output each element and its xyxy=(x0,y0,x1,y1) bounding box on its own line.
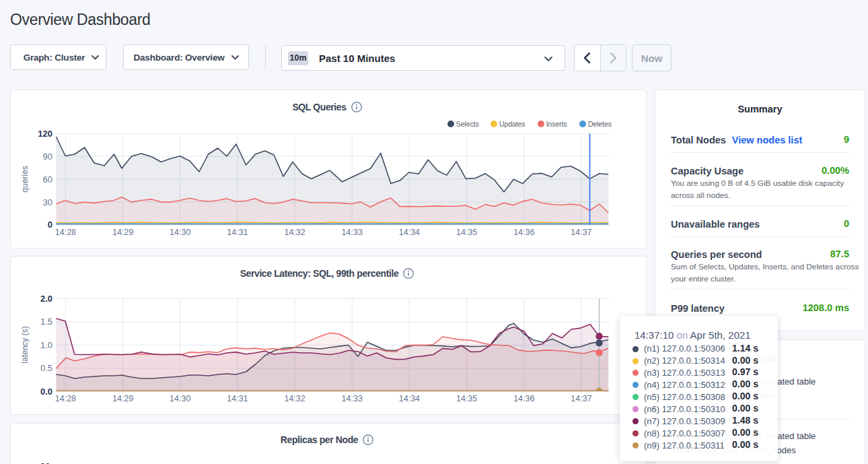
svg-text:14:34: 14:34 xyxy=(399,394,420,403)
svg-text:14:36: 14:36 xyxy=(513,394,534,403)
svg-text:60: 60 xyxy=(43,174,52,185)
svg-text:14:34: 14:34 xyxy=(399,228,420,237)
svg-text:30: 30 xyxy=(43,197,52,207)
svg-text:14:35: 14:35 xyxy=(456,394,477,403)
svg-text:1.0: 1.0 xyxy=(40,340,52,350)
svg-text:0.0: 0.0 xyxy=(40,387,52,397)
svg-text:0: 0 xyxy=(48,220,52,230)
svg-text:1.5: 1.5 xyxy=(40,317,52,327)
svg-text:latency (s): latency (s) xyxy=(20,326,30,363)
svg-text:14:30: 14:30 xyxy=(170,394,190,403)
svg-text:14:33: 14:33 xyxy=(342,228,363,237)
svg-text:2.0: 2.0 xyxy=(40,294,52,304)
svg-text:14:30: 14:30 xyxy=(170,228,190,237)
svg-text:14:33: 14:33 xyxy=(342,394,363,403)
svg-text:14:28: 14:28 xyxy=(55,228,76,237)
svg-text:14:29: 14:29 xyxy=(112,228,133,237)
svg-text:14:32: 14:32 xyxy=(284,228,305,237)
svg-text:120: 120 xyxy=(38,129,52,139)
svg-text:14:36: 14:36 xyxy=(513,228,534,237)
svg-text:14:28: 14:28 xyxy=(55,394,76,403)
svg-text:queries: queries xyxy=(20,166,30,192)
svg-text:90: 90 xyxy=(43,152,52,162)
svg-text:14:37: 14:37 xyxy=(571,228,591,237)
svg-text:14:31: 14:31 xyxy=(227,228,248,237)
svg-text:0.5: 0.5 xyxy=(40,363,52,373)
svg-text:14:32: 14:32 xyxy=(284,394,305,403)
svg-text:14:37: 14:37 xyxy=(571,394,591,403)
svg-text:14:29: 14:29 xyxy=(112,394,133,403)
svg-text:14:31: 14:31 xyxy=(227,394,248,403)
svg-text:14:35: 14:35 xyxy=(456,228,477,237)
